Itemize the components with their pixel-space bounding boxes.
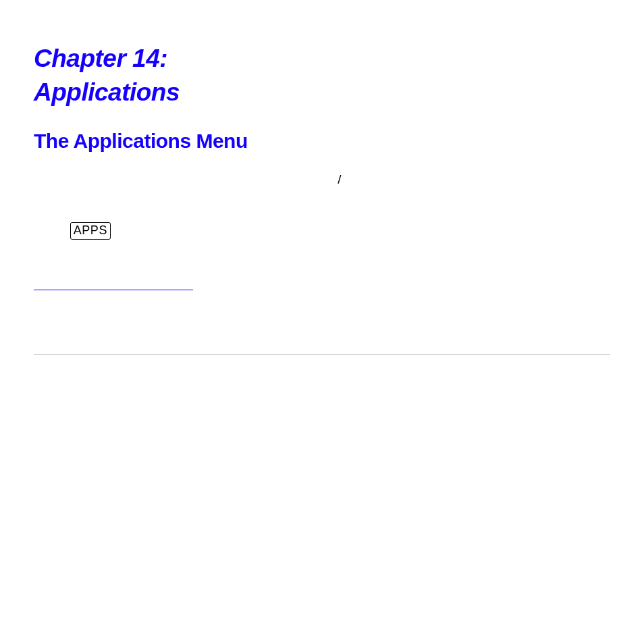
footer-divider <box>34 354 610 355</box>
intro-paragraph-2: Press APPS to see the complete list of a… <box>34 221 610 259</box>
link-line <box>34 271 610 291</box>
note-paragraph: Note: Most applications require 4 <box>34 308 610 327</box>
guides-link-underline[interactable] <box>34 276 193 291</box>
chapter-title: Chapter 14: Applications <box>34 42 610 109</box>
section-title: The Applications Menu <box>34 130 610 153</box>
chapter-title-line1: Chapter 14: <box>34 45 167 72</box>
apps-key-icon: APPS <box>70 222 111 239</box>
chapter-title-line2: Applications <box>34 78 180 106</box>
intro-paragraph-1: The TI-84 Plus comes with several Texas … <box>34 170 610 209</box>
